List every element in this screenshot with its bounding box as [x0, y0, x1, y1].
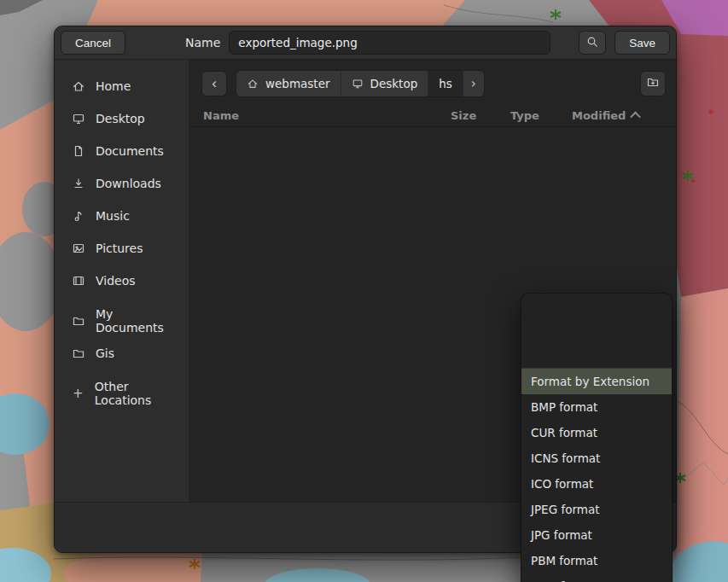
menu-item-icns[interactable]: ICNS format	[521, 445, 672, 471]
menu-item-format-by-extension[interactable]: Format by Extension	[521, 369, 672, 394]
filename-input[interactable]	[229, 31, 550, 55]
menu-item-ico[interactable]: ICO format	[521, 471, 672, 497]
search-button[interactable]	[579, 31, 606, 55]
desktop-icon	[72, 112, 85, 125]
sort-ascending-icon	[631, 111, 642, 122]
sidebar-item-other-locations[interactable]: + Other Locations	[55, 377, 189, 410]
column-type[interactable]: Type	[510, 109, 572, 122]
sidebar-bookmark-my-documents[interactable]: My Documents	[55, 305, 189, 337]
sidebar-item-label: Gis	[96, 346, 114, 360]
menu-item-jpeg[interactable]: JPEG format	[521, 497, 672, 522]
filename-label: Name	[185, 36, 220, 49]
home-icon	[247, 78, 259, 90]
folder-icon	[72, 314, 85, 328]
menu-item-bmp[interactable]: BMP format	[521, 394, 672, 420]
menu-item-jpg[interactable]: JPG format	[521, 522, 672, 548]
column-modified[interactable]: Modified	[572, 109, 662, 122]
sidebar-item-label: Other Locations	[95, 380, 182, 407]
sidebar-item-desktop[interactable]: Desktop	[55, 102, 189, 135]
dialog-headerbar: Cancel Name Save	[55, 26, 676, 60]
sidebar-item-label: Home	[96, 79, 131, 93]
menu-item-cur[interactable]: CUR format	[521, 420, 672, 445]
sidebar-item-downloads[interactable]: Downloads	[55, 167, 189, 200]
sidebar-separator	[55, 370, 189, 377]
column-modified-label: Modified	[572, 109, 626, 122]
breadcrumb-label: hs	[439, 77, 452, 90]
video-icon	[72, 274, 85, 288]
download-icon	[72, 177, 85, 190]
sidebar-item-music[interactable]: Music	[55, 200, 189, 232]
sidebar-separator	[55, 297, 189, 305]
document-icon	[72, 144, 85, 158]
desktop-icon	[352, 78, 364, 90]
file-list-header: Name Size Type Modified	[189, 104, 676, 127]
cancel-button[interactable]: Cancel	[61, 31, 125, 55]
new-folder-icon	[646, 75, 660, 93]
sidebar-item-label: Desktop	[96, 112, 145, 125]
music-icon	[72, 209, 85, 223]
sidebar-item-label: Downloads	[96, 177, 161, 190]
new-folder-button[interactable]	[640, 71, 666, 96]
breadcrumb: webmaster Desktop hs ›	[236, 70, 485, 97]
search-icon	[585, 35, 599, 51]
places-sidebar: Home Desktop Documents	[55, 60, 189, 502]
screen: Cancel Name Save Home	[0, 0, 728, 582]
breadcrumb-label: Desktop	[370, 77, 418, 90]
plus-icon: +	[72, 386, 84, 401]
save-button[interactable]: Save	[614, 31, 670, 55]
sidebar-item-label: Music	[96, 209, 130, 223]
picture-icon	[72, 242, 85, 255]
column-size[interactable]: Size	[451, 109, 510, 122]
sidebar-bookmark-gis[interactable]: Gis	[55, 337, 189, 370]
folder-icon	[72, 346, 85, 360]
sidebar-item-documents[interactable]: Documents	[55, 135, 189, 167]
sidebar-item-pictures[interactable]: Pictures	[55, 232, 189, 265]
breadcrumb-label: webmaster	[265, 77, 330, 90]
home-icon	[72, 79, 85, 93]
column-name[interactable]: Name	[203, 109, 451, 122]
breadcrumb-hs[interactable]: hs	[428, 71, 463, 96]
sidebar-item-home[interactable]: Home	[55, 70, 189, 102]
sidebar-item-videos[interactable]: Videos	[55, 265, 189, 297]
pathbar-row: ‹ webmaster Desktop	[189, 60, 676, 104]
back-button[interactable]: ‹	[201, 71, 227, 96]
sidebar-item-label: Documents	[96, 144, 164, 158]
sidebar-item-label: Pictures	[96, 242, 143, 255]
file-format-menu: Format by Extension BMP format CUR forma…	[521, 293, 673, 582]
sidebar-item-label: Videos	[96, 274, 136, 288]
menu-blank-area	[521, 294, 672, 369]
breadcrumb-webmaster[interactable]: webmaster	[236, 71, 341, 96]
sidebar-item-label: My Documents	[96, 307, 182, 335]
menu-item-pgm[interactable]: PGM format	[521, 573, 672, 582]
breadcrumb-desktop[interactable]: Desktop	[341, 71, 429, 96]
menu-item-pbm[interactable]: PBM format	[521, 548, 672, 573]
breadcrumb-forward[interactable]: ›	[463, 71, 484, 96]
